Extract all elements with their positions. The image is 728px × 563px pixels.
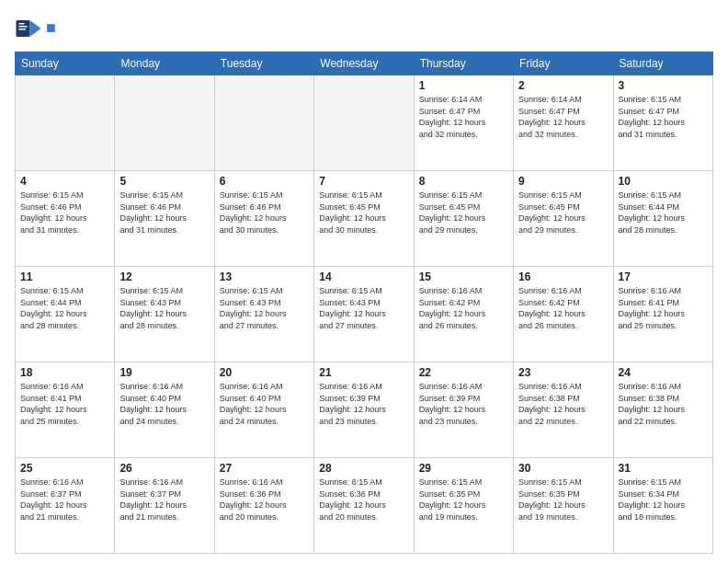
header-day-tuesday: Tuesday (214, 52, 313, 75)
day-info: Sunrise: 6:15 AM Sunset: 6:45 PM Dayligh… (319, 190, 408, 236)
day-cell: 7Sunrise: 6:15 AM Sunset: 6:45 PM Daylig… (314, 171, 414, 267)
day-number: 29 (419, 462, 508, 475)
logo: ■ (15, 15, 56, 42)
page: ■ SundayMondayTuesdayWednesdayThursdayFr… (0, 0, 728, 563)
day-cell: 17Sunrise: 6:16 AM Sunset: 6:41 PM Dayli… (613, 267, 712, 362)
day-cell: 24Sunrise: 6:16 AM Sunset: 6:38 PM Dayli… (613, 362, 712, 458)
day-number: 3 (619, 79, 708, 92)
day-info: Sunrise: 6:16 AM Sunset: 6:38 PM Dayligh… (619, 381, 708, 427)
day-info: Sunrise: 6:15 AM Sunset: 6:34 PM Dayligh… (619, 477, 708, 523)
day-info: Sunrise: 6:16 AM Sunset: 6:42 PM Dayligh… (419, 285, 508, 331)
day-cell: 2Sunrise: 6:14 AM Sunset: 6:47 PM Daylig… (514, 75, 613, 171)
day-cell: 3Sunrise: 6:15 AM Sunset: 6:47 PM Daylig… (613, 75, 712, 171)
day-cell: 8Sunrise: 6:15 AM Sunset: 6:45 PM Daylig… (414, 171, 513, 267)
day-number: 25 (20, 462, 109, 475)
day-info: Sunrise: 6:15 AM Sunset: 6:45 PM Dayligh… (518, 190, 608, 236)
day-cell: 21Sunrise: 6:16 AM Sunset: 6:39 PM Dayli… (314, 362, 414, 458)
day-cell: 16Sunrise: 6:16 AM Sunset: 6:42 PM Dayli… (514, 267, 613, 362)
day-info: Sunrise: 6:16 AM Sunset: 6:39 PM Dayligh… (319, 381, 408, 427)
day-cell: 18Sunrise: 6:16 AM Sunset: 6:41 PM Dayli… (16, 362, 115, 458)
day-number: 11 (20, 270, 109, 283)
day-number: 17 (619, 270, 708, 283)
day-cell: 31Sunrise: 6:15 AM Sunset: 6:34 PM Dayli… (613, 458, 712, 554)
day-number: 18 (20, 366, 109, 379)
logo-blue-dot: ■ (46, 18, 56, 37)
logo-icon (15, 15, 42, 42)
day-info: Sunrise: 6:16 AM Sunset: 6:37 PM Dayligh… (119, 477, 209, 523)
week-row-4: 18Sunrise: 6:16 AM Sunset: 6:41 PM Dayli… (16, 362, 713, 458)
day-cell: 28Sunrise: 6:15 AM Sunset: 6:36 PM Dayli… (314, 458, 414, 554)
day-cell: 14Sunrise: 6:15 AM Sunset: 6:43 PM Dayli… (314, 267, 414, 362)
day-cell: 11Sunrise: 6:15 AM Sunset: 6:44 PM Dayli… (16, 267, 115, 362)
day-cell: 10Sunrise: 6:15 AM Sunset: 6:44 PM Dayli… (613, 171, 712, 267)
day-cell: 22Sunrise: 6:16 AM Sunset: 6:39 PM Dayli… (414, 362, 513, 458)
day-cell: 23Sunrise: 6:16 AM Sunset: 6:38 PM Dayli… (514, 362, 613, 458)
svg-rect-4 (19, 29, 27, 30)
day-number: 22 (419, 366, 508, 379)
day-number: 7 (319, 175, 408, 188)
day-cell: 25Sunrise: 6:16 AM Sunset: 6:37 PM Dayli… (16, 458, 115, 554)
day-info: Sunrise: 6:15 AM Sunset: 6:43 PM Dayligh… (319, 285, 408, 331)
day-number: 31 (619, 462, 708, 475)
day-number: 28 (319, 462, 408, 475)
day-info: Sunrise: 6:16 AM Sunset: 6:38 PM Dayligh… (518, 381, 608, 427)
day-info: Sunrise: 6:16 AM Sunset: 6:41 PM Dayligh… (20, 381, 109, 427)
day-info: Sunrise: 6:14 AM Sunset: 6:47 PM Dayligh… (419, 94, 508, 140)
header-day-thursday: Thursday (414, 52, 513, 75)
day-number: 4 (20, 175, 109, 188)
day-info: Sunrise: 6:15 AM Sunset: 6:43 PM Dayligh… (119, 285, 209, 331)
day-info: Sunrise: 6:15 AM Sunset: 6:46 PM Dayligh… (119, 190, 209, 236)
header-day-sunday: Sunday (16, 52, 115, 75)
day-number: 5 (119, 175, 209, 188)
day-number: 14 (319, 270, 408, 283)
day-cell (115, 75, 214, 171)
day-info: Sunrise: 6:16 AM Sunset: 6:40 PM Dayligh… (119, 381, 209, 427)
svg-marker-1 (30, 20, 41, 37)
header-day-saturday: Saturday (613, 52, 712, 75)
week-row-1: 1Sunrise: 6:14 AM Sunset: 6:47 PM Daylig… (16, 75, 713, 171)
day-info: Sunrise: 6:16 AM Sunset: 6:42 PM Dayligh… (518, 285, 608, 331)
day-cell (314, 75, 414, 171)
day-info: Sunrise: 6:15 AM Sunset: 6:36 PM Dayligh… (319, 477, 408, 523)
day-info: Sunrise: 6:15 AM Sunset: 6:44 PM Dayligh… (20, 285, 109, 331)
day-cell: 26Sunrise: 6:16 AM Sunset: 6:37 PM Dayli… (115, 458, 214, 554)
week-row-3: 11Sunrise: 6:15 AM Sunset: 6:44 PM Dayli… (16, 267, 713, 362)
day-number: 9 (518, 175, 608, 188)
day-number: 8 (419, 175, 508, 188)
day-info: Sunrise: 6:16 AM Sunset: 6:40 PM Dayligh… (220, 381, 309, 427)
day-info: Sunrise: 6:15 AM Sunset: 6:47 PM Dayligh… (619, 94, 708, 140)
day-number: 6 (220, 175, 309, 188)
day-info: Sunrise: 6:15 AM Sunset: 6:43 PM Dayligh… (220, 285, 309, 331)
day-number: 12 (119, 270, 209, 283)
day-number: 15 (419, 270, 508, 283)
day-info: Sunrise: 6:16 AM Sunset: 6:36 PM Dayligh… (220, 477, 309, 523)
day-cell: 15Sunrise: 6:16 AM Sunset: 6:42 PM Dayli… (414, 267, 513, 362)
day-cell (16, 75, 115, 171)
day-cell: 12Sunrise: 6:15 AM Sunset: 6:43 PM Dayli… (115, 267, 214, 362)
day-info: Sunrise: 6:15 AM Sunset: 6:46 PM Dayligh… (20, 190, 109, 236)
header-day-monday: Monday (115, 52, 214, 75)
day-cell: 5Sunrise: 6:15 AM Sunset: 6:46 PM Daylig… (115, 171, 214, 267)
day-number: 16 (518, 270, 608, 283)
header-row: SundayMondayTuesdayWednesdayThursdayFrid… (16, 52, 713, 75)
day-cell: 1Sunrise: 6:14 AM Sunset: 6:47 PM Daylig… (414, 75, 513, 171)
day-cell: 13Sunrise: 6:15 AM Sunset: 6:43 PM Dayli… (214, 267, 313, 362)
day-info: Sunrise: 6:16 AM Sunset: 6:39 PM Dayligh… (419, 381, 508, 427)
day-number: 1 (419, 79, 508, 92)
header-day-friday: Friday (514, 52, 613, 75)
week-row-5: 25Sunrise: 6:16 AM Sunset: 6:37 PM Dayli… (16, 458, 713, 554)
day-cell: 20Sunrise: 6:16 AM Sunset: 6:40 PM Dayli… (214, 362, 313, 458)
day-number: 2 (518, 79, 608, 92)
header: ■ (15, 15, 713, 42)
day-number: 23 (518, 366, 608, 379)
day-number: 10 (619, 175, 708, 188)
day-info: Sunrise: 6:16 AM Sunset: 6:37 PM Dayligh… (20, 477, 109, 523)
day-info: Sunrise: 6:15 AM Sunset: 6:46 PM Dayligh… (220, 190, 309, 236)
day-number: 27 (220, 462, 309, 475)
day-cell: 19Sunrise: 6:16 AM Sunset: 6:40 PM Dayli… (115, 362, 214, 458)
day-number: 24 (619, 366, 708, 379)
day-cell: 6Sunrise: 6:15 AM Sunset: 6:46 PM Daylig… (214, 171, 313, 267)
day-number: 13 (220, 270, 309, 283)
day-info: Sunrise: 6:15 AM Sunset: 6:35 PM Dayligh… (518, 477, 608, 523)
day-cell (214, 75, 313, 171)
